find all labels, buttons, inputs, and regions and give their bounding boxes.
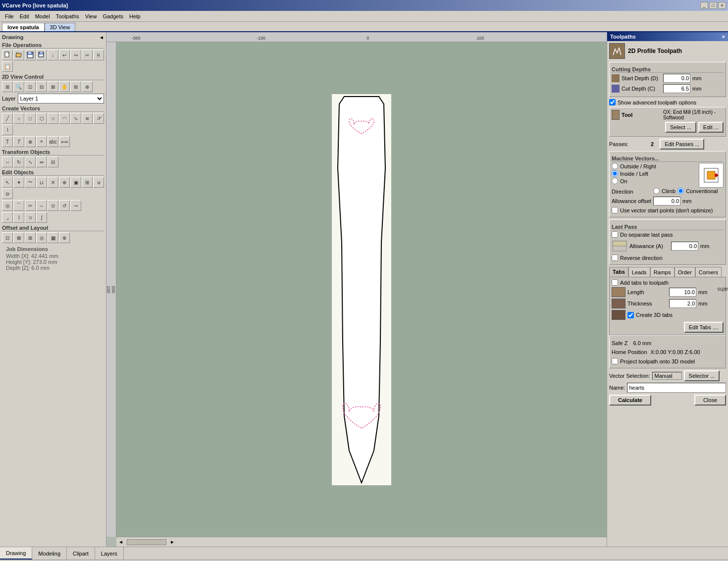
draw-polyline-btn[interactable]: ≋ — [82, 113, 93, 124]
close-toolpath-btn[interactable]: Close — [694, 395, 726, 406]
drawing-tab[interactable]: Drawing — [0, 547, 32, 560]
closed-btn[interactable]: ⊙ — [48, 200, 58, 211]
edit-tabs-btn[interactable]: Edit Tabs .... — [684, 322, 724, 333]
menu-model[interactable]: Model — [32, 12, 53, 20]
pan-btn[interactable]: ✋ — [59, 81, 70, 92]
menu-file[interactable]: File — [2, 12, 17, 20]
cut-btn[interactable]: ✂ — [82, 50, 93, 60]
more-edit-btn[interactable]: ⊕ — [59, 177, 70, 188]
scrollbar-thumb[interactable] — [127, 539, 166, 545]
reverse-btn[interactable]: ↺ — [59, 200, 70, 211]
add-tabs-checkbox[interactable] — [612, 279, 618, 286]
offset-btn[interactable]: ◎ — [2, 200, 13, 211]
tab-love-spatula[interactable]: love spatula — [2, 23, 45, 31]
scroll-right-btn[interactable]: ► — [168, 539, 177, 545]
group-btn[interactable]: ▣ — [70, 177, 81, 188]
snap-btn[interactable]: ⊕ — [82, 81, 93, 92]
menu-help[interactable]: Help — [126, 12, 144, 20]
modeling-tab[interactable]: Modeling — [32, 547, 67, 560]
draw-rect-btn[interactable]: □ — [25, 113, 36, 124]
draw-spiro-btn[interactable]: 𝒮 — [93, 113, 104, 124]
undo-btn[interactable]: ↩ — [59, 50, 70, 60]
window-controls[interactable]: _ □ × — [700, 2, 726, 9]
order-tab[interactable]: Order — [675, 267, 695, 277]
open-file-btn[interactable] — [13, 50, 24, 60]
align-btn[interactable]: ⊟ — [48, 156, 58, 167]
start-depth-input[interactable] — [663, 74, 690, 83]
draw-star-btn[interactable]: ☆ — [48, 113, 58, 124]
tangent-btn[interactable]: ⊸ — [70, 200, 81, 211]
cut-depth-input[interactable] — [663, 84, 690, 93]
move-btn[interactable]: ↔ — [2, 156, 13, 167]
menu-toolpaths[interactable]: Toolpaths — [53, 12, 82, 20]
corners-tab[interactable]: Corners — [695, 267, 722, 277]
reverse-direction-checkbox[interactable] — [612, 255, 618, 261]
calculate-btn[interactable]: Calculate — [609, 395, 651, 406]
point-btn[interactable]: ⊃ — [25, 212, 36, 223]
menu-view[interactable]: View — [82, 12, 100, 20]
layer-select[interactable]: Layer 1 — [18, 94, 104, 103]
select-btn[interactable]: ↖ — [2, 177, 13, 188]
name-input[interactable] — [627, 383, 726, 393]
tab-3d-view[interactable]: 3D View — [45, 23, 76, 31]
scale-btn[interactable]: ⤡ — [25, 156, 36, 167]
zoom-out-btn[interactable]: ⊟ — [36, 81, 47, 92]
curve-btn[interactable]: ∫ — [36, 212, 47, 223]
zoom-selection-btn[interactable]: ⊡ — [25, 81, 36, 92]
maximize-btn[interactable]: □ — [709, 2, 717, 9]
node-edit2-btn[interactable]: ✦ — [13, 177, 24, 188]
conventional-radio[interactable] — [677, 188, 684, 194]
split-btn[interactable]: ⌇ — [13, 212, 24, 223]
thickness-input[interactable] — [669, 299, 696, 308]
menu-edit[interactable]: Edit — [17, 12, 32, 20]
bool-sub-btn[interactable]: ⊖ — [2, 188, 13, 199]
select-tool-btn[interactable]: Select ... — [665, 122, 696, 133]
zoom-extents-btn[interactable]: ⊞ — [2, 81, 13, 92]
close-btn[interactable]: × — [718, 2, 726, 9]
draw-line-btn[interactable]: ╱ — [2, 113, 13, 124]
edit-passes-btn[interactable]: Edit Passes ... — [660, 139, 704, 150]
join-btn[interactable]: ⊔ — [36, 177, 47, 188]
layers-tab[interactable]: Layers — [95, 547, 124, 560]
last-pass-allowance-input[interactable] — [671, 242, 698, 251]
view-all-btn[interactable]: ⊠ — [48, 81, 58, 92]
text-layout-btn[interactable]: abc — [48, 136, 58, 147]
outside-radio[interactable] — [612, 163, 618, 169]
copy-btn[interactable]: ⎘ — [93, 50, 104, 60]
project-3d-checkbox[interactable] — [612, 358, 618, 364]
show-advanced-checkbox[interactable] — [609, 99, 616, 105]
leads-tab[interactable]: Leads — [628, 267, 650, 277]
weld-btn[interactable]: ⊕ — [59, 232, 70, 243]
zoom-in-btn[interactable]: 🔍 — [13, 81, 24, 92]
canvas-area[interactable]: -360 -100 0 100 200 100 — [106, 32, 607, 547]
paste-btn[interactable]: 📋 — [2, 61, 13, 72]
array-copy-btn[interactable]: ⊞ — [25, 232, 36, 243]
dimension-btn[interactable]: ⟺ — [59, 136, 70, 147]
canvas-content[interactable] — [116, 42, 607, 537]
circular-copy-btn[interactable]: ◎ — [36, 232, 47, 243]
chamfer-btn[interactable]: ⌟ — [2, 212, 13, 223]
mirror-btn[interactable]: ⇔ — [36, 156, 47, 167]
climb-radio[interactable] — [653, 188, 660, 194]
save-file-btn[interactable] — [25, 50, 36, 60]
minimize-btn[interactable]: _ — [700, 2, 708, 9]
separate-pass-checkbox[interactable] — [612, 231, 618, 238]
toolpaths-close-icon[interactable]: × — [722, 34, 725, 40]
tabs-tab[interactable]: Tabs — [609, 267, 628, 277]
bool-union-btn[interactable]: ⊎ — [93, 177, 104, 188]
import-btn[interactable]: ↓ — [48, 50, 58, 60]
redo-btn[interactable]: ↪ — [70, 50, 81, 60]
ungroup-btn[interactable]: ⊞ — [82, 177, 93, 188]
save-as-btn[interactable] — [36, 50, 47, 60]
text-tool-btn[interactable]: T — [2, 136, 13, 147]
on-radio[interactable] — [612, 178, 618, 184]
selector-btn[interactable]: Selector ... — [684, 370, 720, 381]
fillet-btn[interactable]: ⌒ — [13, 200, 24, 211]
draw-smart-btn[interactable]: ⌇ — [2, 124, 13, 135]
tile-btn[interactable]: ▦ — [48, 232, 58, 243]
new-file-btn[interactable] — [2, 50, 13, 60]
scroll-left-btn[interactable]: ◄ — [116, 539, 125, 545]
draw-bezier-btn[interactable]: ∿ — [70, 113, 81, 124]
offset-vectors-btn[interactable]: ⊡ — [2, 232, 13, 243]
smooth-btn[interactable]: 〜 — [25, 177, 36, 188]
